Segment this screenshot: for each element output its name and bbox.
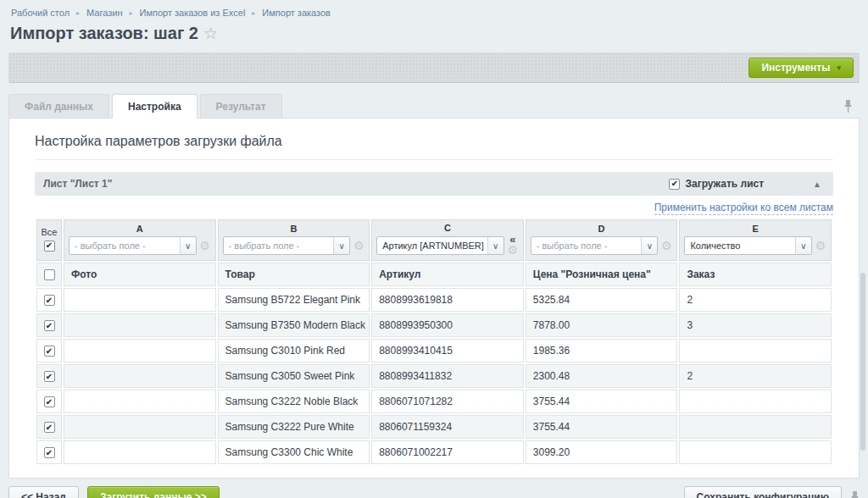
cell-price: 7878.00 bbox=[526, 313, 678, 337]
load-sheet-toggle[interactable]: ✔ Загружать лист bbox=[669, 178, 764, 190]
table-row: ✔ Samsung C3300 Chic White 8806071002217… bbox=[36, 440, 832, 464]
tab-label: Настройка bbox=[128, 101, 181, 113]
row-checkbox[interactable]: ✔ bbox=[44, 346, 55, 357]
cell-price: 5325.84 bbox=[526, 288, 678, 312]
column-mapping-cell-e: E Количество ∨ ⚙ bbox=[679, 219, 832, 261]
checkmark-icon: ✔ bbox=[46, 296, 53, 305]
column-letter: B bbox=[223, 224, 365, 234]
sheet-title: Лист "Лист 1" bbox=[43, 178, 112, 190]
cell-order bbox=[679, 440, 832, 464]
row-checkbox-cell: ✔ bbox=[36, 313, 62, 337]
cell-product: Samsung C3222 Noble Black bbox=[218, 390, 370, 413]
cell-photo bbox=[64, 440, 216, 464]
header-photo: Фото bbox=[64, 263, 216, 286]
back-button[interactable]: << Назад bbox=[8, 486, 79, 498]
cell-price: 3755.44 bbox=[526, 390, 678, 413]
checkmark-icon: ✔ bbox=[46, 322, 53, 330]
caret-down-icon: ▾ bbox=[837, 64, 841, 72]
apply-row: Применить настройки ко всем листам bbox=[35, 196, 833, 218]
header-sku: Артикул bbox=[371, 263, 524, 286]
breadcrumb-link-import-orders[interactable]: Импорт заказов bbox=[262, 8, 331, 18]
cell-order bbox=[679, 415, 832, 439]
cell-product: Samsung C3222 Pure White bbox=[218, 415, 370, 439]
select-all-checkbox[interactable]: ✔ bbox=[44, 241, 55, 252]
tab-result[interactable]: Результат bbox=[200, 94, 282, 118]
tab-bar: Файл данных Настройка Результат bbox=[8, 93, 860, 118]
column-letter: A bbox=[69, 224, 211, 234]
chevron-down-icon: ∨ bbox=[333, 237, 349, 254]
tab-settings[interactable]: Настройка bbox=[112, 94, 198, 119]
row-checkbox[interactable]: ✔ bbox=[44, 422, 55, 433]
tab-label: Файл данных bbox=[25, 101, 93, 113]
column-mapping-cell-a: A - выбрать поле - ∨ ⚙ bbox=[64, 219, 216, 261]
row-checkbox[interactable]: ✔ bbox=[44, 371, 55, 382]
breadcrumb-link-desktop[interactable]: Рабочий стол bbox=[11, 8, 70, 18]
tab-data-file[interactable]: Файл данных bbox=[8, 94, 109, 118]
field-select-value: Количество bbox=[685, 241, 795, 251]
row-checkbox[interactable]: ✔ bbox=[44, 320, 55, 331]
chevron-down-icon: ∨ bbox=[641, 237, 657, 254]
cell-price: 2300.48 bbox=[526, 364, 678, 388]
chevron-down-icon: ∨ bbox=[487, 237, 504, 254]
table-header-row: ✔ Фото Товар Артикул Цена "Розничная цен… bbox=[36, 263, 832, 286]
cell-sku: 8808993410415 bbox=[371, 339, 524, 362]
field-select-value: - выбрать поле - bbox=[531, 241, 642, 251]
cell-price: 3755.44 bbox=[526, 415, 678, 439]
field-select-value: - выбрать поле - bbox=[70, 241, 180, 251]
save-configuration-button[interactable]: Сохранить конфигурацию bbox=[684, 486, 842, 498]
cell-order: 2 bbox=[679, 288, 832, 312]
favorite-star-icon[interactable]: ☆ bbox=[203, 25, 218, 42]
breadcrumb-separator-icon: ▸ bbox=[252, 9, 255, 17]
row-checkbox[interactable]: ✔ bbox=[44, 295, 55, 306]
cell-sku: 8806071002217 bbox=[371, 440, 524, 464]
pin-icon[interactable] bbox=[843, 100, 853, 113]
field-select-c[interactable]: Артикул [ARTNUMBER] ∨ bbox=[376, 236, 504, 255]
apply-to-all-sheets-link[interactable]: Применить настройки ко всем листам bbox=[654, 202, 833, 215]
table-row: ✔ Samsung C3050 Sweet Pink 8808993411832… bbox=[36, 364, 832, 388]
tools-button[interactable]: Инструменты ▾ bbox=[748, 58, 854, 78]
header-price: Цена "Розничная цена" bbox=[526, 263, 678, 286]
field-select-d[interactable]: - выбрать поле - ∨ bbox=[531, 236, 659, 255]
cell-photo bbox=[64, 288, 216, 312]
cell-order bbox=[679, 390, 832, 413]
column-letter: D bbox=[531, 224, 673, 234]
row-checkbox-cell: ✔ bbox=[36, 339, 62, 362]
table-row: ✔ Samsung B5722 Elegant Pink 88089936198… bbox=[36, 288, 832, 312]
sheet-header: Лист "Лист 1" ✔ Загружать лист ▲ bbox=[35, 172, 833, 196]
pin-icon[interactable] bbox=[850, 491, 860, 498]
gear-icon[interactable]: ⚙ bbox=[815, 240, 826, 252]
gear-icon[interactable]: ⚙ bbox=[353, 240, 364, 252]
scrollbar-thumb[interactable] bbox=[860, 273, 865, 451]
cell-order: 2 bbox=[679, 364, 832, 388]
cell-sku: 8808993411832 bbox=[371, 364, 524, 388]
header-order: Заказ bbox=[679, 263, 832, 286]
column-mapping-row: Все ✔ A - выбрать поле - ∨ ⚙ B - выбрать… bbox=[36, 219, 832, 261]
load-data-button[interactable]: Загрузить данные >> bbox=[87, 486, 220, 498]
row-checkbox-cell: ✔ bbox=[36, 288, 62, 312]
load-sheet-checkbox[interactable]: ✔ bbox=[669, 179, 680, 190]
gear-icon[interactable]: ⚙ bbox=[507, 244, 519, 256]
checkmark-icon: ✔ bbox=[46, 373, 53, 381]
collapse-sheet-icon[interactable]: ▲ bbox=[813, 180, 821, 189]
cell-price: 1985.36 bbox=[526, 339, 678, 362]
cell-sku: 8808993619818 bbox=[371, 288, 524, 312]
field-select-b[interactable]: - выбрать поле - ∨ bbox=[223, 236, 351, 255]
row-checkbox[interactable]: ✔ bbox=[44, 396, 55, 407]
checkmark-icon: ✔ bbox=[46, 449, 53, 457]
breadcrumb-link-import-excel[interactable]: Импорт заказов из Excel bbox=[140, 8, 246, 18]
page-title: Импорт заказов: шаг 2☆ bbox=[10, 24, 868, 43]
column-letter: C bbox=[376, 223, 519, 233]
header-checkbox[interactable]: ✔ bbox=[44, 269, 55, 280]
field-select-e[interactable]: Количество ∨ bbox=[684, 236, 812, 255]
cell-photo bbox=[64, 339, 216, 362]
gear-icon[interactable]: ⚙ bbox=[660, 240, 672, 252]
breadcrumb: Рабочий стол▸Магазин▸Импорт заказов из E… bbox=[0, 0, 868, 18]
field-select-a[interactable]: - выбрать поле - ∨ bbox=[69, 236, 197, 255]
breadcrumb-link-store[interactable]: Магазин bbox=[86, 8, 122, 18]
gear-icon[interactable]: ⚙ bbox=[199, 240, 211, 252]
tab-label: Результат bbox=[216, 101, 266, 113]
field-select-value: Артикул [ARTNUMBER] bbox=[377, 241, 487, 251]
row-checkbox[interactable]: ✔ bbox=[44, 447, 55, 458]
toolbar: Инструменты ▾ bbox=[8, 53, 860, 83]
row-checkbox-cell: ✔ bbox=[36, 390, 62, 413]
